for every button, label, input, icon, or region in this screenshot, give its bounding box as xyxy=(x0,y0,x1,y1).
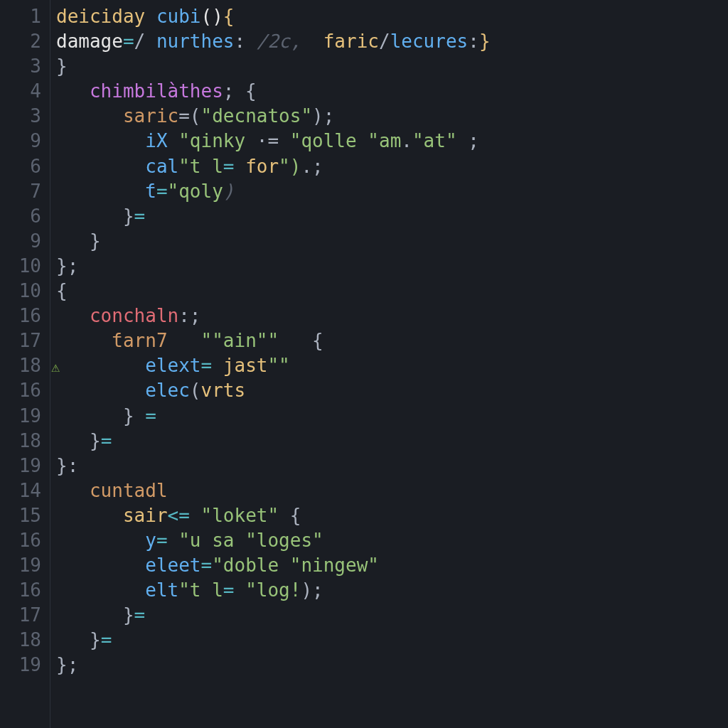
token: conchaln xyxy=(90,305,178,326)
token: "at" xyxy=(412,130,457,151)
token: } xyxy=(56,430,101,451)
token: ""ain"" xyxy=(201,330,279,351)
code-line[interactable]: }; xyxy=(56,254,728,279)
code-line[interactable]: sair<= "loket" { xyxy=(56,503,728,528)
token: } xyxy=(56,205,134,227)
token: cal xyxy=(145,156,178,177)
code-line[interactable]: elext= jast"" xyxy=(56,353,728,378)
line-number: 18 xyxy=(0,628,41,653)
line-number: 18 xyxy=(0,429,41,454)
token: damage xyxy=(56,31,123,52)
token: { xyxy=(279,330,323,351)
token xyxy=(56,555,145,576)
token: = xyxy=(123,31,134,52)
line-number: 9 xyxy=(0,229,41,254)
token: ; xyxy=(457,130,479,151)
token: .; xyxy=(301,156,323,177)
line-number: 17 xyxy=(0,603,41,628)
token: }; xyxy=(56,654,78,675)
code-line[interactable]: damage=/ nurthes: /2c, faric/lecures:} xyxy=(56,29,728,54)
line-number: 16 xyxy=(0,528,41,553)
line-number: 19 xyxy=(0,454,41,478)
token: ); xyxy=(312,105,334,127)
code-line[interactable]: cuntadl xyxy=(56,478,728,503)
code-line[interactable]: }= xyxy=(56,204,728,229)
token: = xyxy=(101,629,112,651)
token: = xyxy=(156,181,168,202)
token: ; { xyxy=(223,80,257,102)
token: "qinky xyxy=(178,130,257,151)
code-line[interactable]: elt"t l= "log!); xyxy=(56,578,728,603)
line-number: 10 xyxy=(0,279,41,304)
token: sair xyxy=(123,505,168,526)
token: = xyxy=(134,604,146,626)
token: "qolle xyxy=(290,130,368,151)
token: = xyxy=(201,555,213,576)
line-number: 6 xyxy=(0,154,41,179)
code-line[interactable]: conchaln:; xyxy=(56,304,728,328)
token xyxy=(56,105,123,127)
token: /2c, xyxy=(257,31,301,52)
code-editor[interactable]: 1234396769101016171816191819141516191617… xyxy=(0,0,728,728)
line-number: 17 xyxy=(0,328,41,353)
token: jast xyxy=(223,355,268,376)
token: <= xyxy=(168,505,201,526)
token: y xyxy=(145,530,156,551)
code-line[interactable]: } = xyxy=(56,404,728,429)
code-line[interactable]: } xyxy=(56,54,728,79)
token: elext xyxy=(145,355,200,376)
code-line[interactable]: }; xyxy=(56,653,728,678)
token: "am xyxy=(368,130,401,151)
token xyxy=(168,330,201,351)
token: faric xyxy=(323,31,379,52)
code-line[interactable]: chimbilàthes; { xyxy=(56,79,728,104)
code-line[interactable]: cal"t l= for").; xyxy=(56,154,728,179)
token: } xyxy=(479,31,491,52)
line-number-gutter: 1234396769101016171816191819141516191617… xyxy=(0,0,50,728)
token: cubi xyxy=(156,6,201,27)
token: ); xyxy=(301,579,323,601)
token: "log! xyxy=(245,579,301,601)
token: = xyxy=(134,205,146,227)
token: deiciday xyxy=(56,6,156,27)
token: =( xyxy=(178,105,200,127)
code-line[interactable]: }= xyxy=(56,429,728,454)
token xyxy=(56,530,145,551)
token: } xyxy=(56,405,145,427)
token xyxy=(56,181,145,202)
token: { xyxy=(279,505,301,526)
line-number: 6 xyxy=(0,204,41,229)
line-number: 1 xyxy=(0,4,41,29)
token: eleet xyxy=(145,555,200,576)
token xyxy=(56,305,90,326)
token: nurthes xyxy=(156,31,235,52)
code-line[interactable]: saric=("decnatos"); xyxy=(56,104,728,129)
line-number: 15 xyxy=(0,503,41,528)
code-line[interactable]: }= xyxy=(56,603,728,628)
line-number: 7 xyxy=(0,179,41,204)
code-line[interactable]: ƭarn7 ""ain"" { xyxy=(56,328,728,353)
code-line[interactable]: elec(vrts xyxy=(56,378,728,403)
code-line[interactable]: deiciday cubi(){ xyxy=(56,4,728,29)
token: : xyxy=(234,31,256,52)
token: = xyxy=(223,579,245,601)
code-line[interactable]: eleet="doble "ningew" xyxy=(56,553,728,578)
code-line[interactable]: }= xyxy=(56,628,728,653)
token: iX xyxy=(145,130,178,151)
code-line[interactable]: ƭ="qoly) xyxy=(56,179,728,204)
line-number: 19 xyxy=(0,553,41,578)
code-line[interactable]: iX "qinky ·= "qolle "am."at" ; xyxy=(56,129,728,154)
token: "loges" xyxy=(245,530,323,551)
token: cuntadl xyxy=(90,480,168,501)
code-line[interactable]: y= "u sa "loges" xyxy=(56,528,728,553)
code-line[interactable]: }: xyxy=(56,454,728,478)
token xyxy=(56,156,145,177)
code-area[interactable]: deiciday cubi(){damage=/ nurthes: /2c, f… xyxy=(50,0,728,728)
token: saric xyxy=(123,105,178,127)
line-number: 16 xyxy=(0,578,41,603)
code-line[interactable]: } xyxy=(56,229,728,254)
code-line[interactable]: { xyxy=(56,279,728,304)
line-number: 3 xyxy=(0,104,41,129)
token: / xyxy=(134,31,156,52)
token: ) xyxy=(223,181,235,202)
